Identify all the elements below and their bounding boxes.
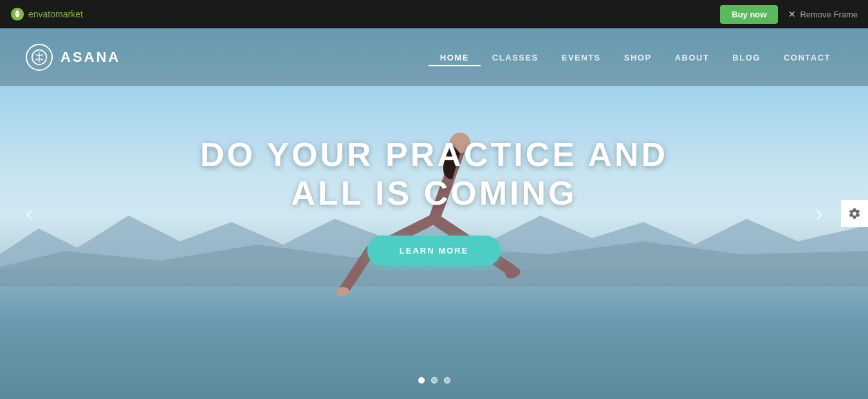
nav-link-contact[interactable]: CONTACT bbox=[772, 53, 842, 62]
settings-gear-button[interactable] bbox=[841, 200, 868, 227]
nav-item-contact[interactable]: CONTACT bbox=[772, 51, 842, 63]
nav-link-classes[interactable]: CLASSES bbox=[481, 53, 550, 62]
buy-now-button[interactable]: Buy now bbox=[720, 5, 778, 24]
remove-frame-button[interactable]: ✕ Remove Frame bbox=[788, 9, 858, 19]
nav-link-about[interactable]: ABOUT bbox=[663, 53, 721, 62]
top-bar-right: Buy now ✕ Remove Frame bbox=[720, 5, 858, 24]
envato-logo: envatomarket bbox=[10, 7, 83, 21]
nav-item-classes[interactable]: CLASSES bbox=[481, 51, 550, 63]
nav-links-list: HOME CLASSES EVENTS SHOP ABOUT BLOG CONT… bbox=[429, 51, 842, 63]
slider-next-button[interactable]: › bbox=[802, 194, 836, 234]
slider-dot-3[interactable] bbox=[444, 377, 450, 384]
nav-link-shop[interactable]: SHOP bbox=[613, 53, 663, 62]
slider-dot-2[interactable] bbox=[431, 377, 438, 384]
envato-icon bbox=[10, 7, 24, 21]
nav-item-about[interactable]: ABOUT bbox=[663, 51, 721, 63]
hero-section: ASANA HOME CLASSES EVENTS SHOP ABOUT BLO… bbox=[0, 28, 868, 399]
close-icon: ✕ bbox=[788, 9, 796, 19]
hero-content: DO YOUR PRACTICE AND ALL IS COMING LEARN… bbox=[200, 136, 668, 266]
nav-link-events[interactable]: EVENTS bbox=[550, 53, 613, 62]
top-bar: envatomarket Buy now ✕ Remove Frame bbox=[0, 0, 868, 28]
nav-link-home[interactable]: HOME bbox=[429, 53, 481, 66]
hero-headline: DO YOUR PRACTICE AND ALL IS COMING bbox=[200, 136, 668, 213]
site-name: ASANA bbox=[60, 49, 120, 66]
remove-frame-label: Remove Frame bbox=[800, 10, 858, 19]
svg-point-8 bbox=[337, 287, 349, 296]
logo-icon bbox=[26, 44, 53, 71]
logo-svg bbox=[31, 49, 48, 66]
envato-text: envatomarket bbox=[28, 9, 83, 19]
headline-line-1: DO YOUR PRACTICE AND bbox=[200, 136, 668, 173]
slider-dots bbox=[418, 377, 450, 384]
site-logo: ASANA bbox=[26, 44, 120, 71]
slider-prev-button[interactable]: ‹ bbox=[13, 194, 46, 234]
nav-item-blog[interactable]: BLOG bbox=[721, 51, 772, 63]
nav-item-home[interactable]: HOME bbox=[429, 51, 481, 63]
slider-dot-1[interactable] bbox=[418, 377, 425, 384]
nav-item-events[interactable]: EVENTS bbox=[550, 51, 613, 63]
nav-item-shop[interactable]: SHOP bbox=[613, 51, 663, 63]
headline-line-2: ALL IS COMING bbox=[291, 174, 577, 212]
nav-link-blog[interactable]: BLOG bbox=[721, 53, 772, 62]
site-wrapper: ASANA HOME CLASSES EVENTS SHOP ABOUT BLO… bbox=[0, 28, 868, 399]
learn-more-button[interactable]: LEARN MORE bbox=[367, 236, 501, 266]
gear-icon bbox=[848, 207, 861, 220]
site-navigation: ASANA HOME CLASSES EVENTS SHOP ABOUT BLO… bbox=[0, 28, 868, 86]
